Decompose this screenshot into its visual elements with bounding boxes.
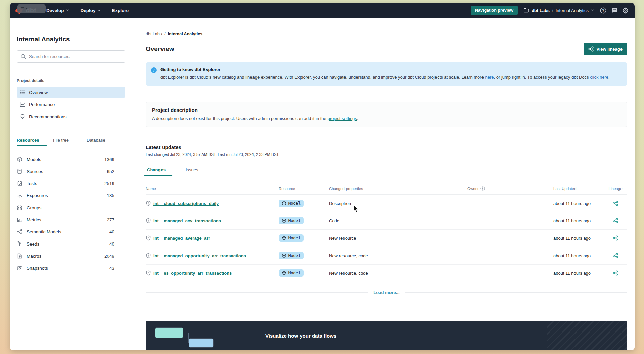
lineage-icon[interactable]	[613, 218, 618, 223]
resource-count: 43	[109, 266, 114, 271]
latest-updates-tabs: Changes Issues	[146, 165, 627, 176]
resource-badge: Model	[279, 269, 304, 277]
resource-label: Sources	[27, 169, 43, 174]
resource-item-exposures[interactable]: Exposures 135	[17, 189, 114, 202]
model-shield-icon	[146, 253, 151, 258]
resource-item-macros[interactable]: Macros 2049	[17, 250, 114, 262]
project-settings-link[interactable]: project settings	[327, 116, 357, 121]
tab-issues[interactable]: Issues	[184, 165, 200, 176]
bar-chart-icon	[17, 217, 22, 222]
tab-changes[interactable]: Changes	[146, 165, 167, 176]
cube-icon	[282, 236, 286, 240]
resource-item-seeds[interactable]: Seeds 40	[17, 238, 114, 250]
resource-label: Groups	[27, 205, 41, 210]
lineage-icon[interactable]	[613, 201, 618, 206]
resource-label: Semantic Models	[27, 229, 61, 234]
resource-item-metrics[interactable]: Metrics 277	[17, 214, 114, 226]
lineage-icon[interactable]	[613, 235, 618, 241]
column-resource: Resource	[279, 187, 329, 191]
sidebar-nav: Overview Performance Recommendations	[17, 87, 125, 122]
info-circle-icon[interactable]	[480, 186, 485, 191]
column-name: Name	[146, 187, 279, 191]
last-updated-cell: about 11 hours ago	[553, 201, 604, 206]
model-link[interactable]: int__ss_opportunity_arr_transactions	[153, 271, 232, 276]
model-link[interactable]: int__managed_acv_transactions	[153, 218, 221, 223]
resource-count: 1369	[104, 157, 114, 162]
menu-explore[interactable]: Explore	[112, 8, 129, 13]
search-input[interactable]	[29, 54, 121, 59]
model-link[interactable]: int__cloud_subscriptions_daily	[153, 201, 219, 206]
sidebar-item-performance[interactable]: Performance	[17, 99, 125, 110]
breadcrumb: dbt Labs / Internal Analytics	[146, 32, 627, 36]
table-header: Name Resource Changed properties Owner L…	[146, 183, 627, 195]
gear-icon[interactable]	[622, 7, 629, 14]
resource-item-tests[interactable]: Tests 2519	[17, 177, 114, 189]
resource-count: 652	[107, 169, 114, 174]
last-updated-cell: about 11 hours ago	[553, 218, 604, 223]
chevron-down-icon	[591, 9, 594, 11]
column-last-updated: Last Updated	[553, 187, 604, 191]
model-link[interactable]: int__managed_average_arr	[153, 236, 210, 241]
explorer-info-banner: i Getting to know dbt Explorer dbt Explo…	[146, 62, 627, 86]
project-description-card: Project description A description does n…	[146, 102, 627, 127]
feedback-icon[interactable]	[611, 7, 617, 13]
cube-icon	[282, 253, 286, 258]
page-title: Overview	[146, 45, 174, 53]
screen-artifact	[17, 4, 46, 13]
cube-icon	[282, 201, 286, 206]
menu-develop[interactable]: Develop	[46, 8, 69, 13]
resource-item-models[interactable]: Models 1369	[17, 153, 114, 165]
resource-count: 40	[109, 241, 114, 247]
sidebar-project-title: Internal Analytics	[17, 36, 125, 43]
account-name: dbt Labs	[532, 8, 550, 13]
tab-database[interactable]: Database	[87, 135, 120, 146]
project-description-title: Project description	[152, 107, 621, 113]
breadcrumb-account[interactable]: dbt Labs	[146, 32, 162, 36]
cube-icon	[282, 218, 286, 223]
resource-label: Macros	[27, 254, 41, 259]
account-project-selector[interactable]: dbt Labs / Internal Analytics	[524, 8, 594, 13]
project-description-body: A description does not exist for this pr…	[152, 116, 621, 121]
tab-file-tree[interactable]: File tree	[53, 135, 87, 146]
table-row: int__managed_average_arr Model New resou…	[146, 230, 627, 247]
model-link[interactable]: int__managed_opportunity_arr_transaction…	[153, 253, 246, 258]
model-shield-icon	[146, 270, 151, 276]
sidebar-item-recommendations[interactable]: Recommendations	[17, 111, 125, 122]
resource-search-box[interactable]	[17, 50, 125, 63]
breadcrumb-current: Internal Analytics	[168, 32, 202, 36]
legacy-docs-link[interactable]: click here	[590, 75, 608, 80]
latest-updates-subtitle: Last changed Jul 23, 2024, 3:57 AM BST. …	[146, 152, 627, 157]
latest-updates-title: Latest updates	[146, 144, 627, 150]
resource-item-semantic-models[interactable]: Semantic Models 40	[17, 226, 114, 238]
view-lineage-button[interactable]: View lineage	[584, 43, 627, 55]
sidebar-item-label: Performance	[29, 102, 55, 107]
tab-resources[interactable]: Resources	[17, 135, 53, 146]
svg-text:?: ?	[602, 8, 604, 12]
main-content: dbt Labs / Internal Analytics Overview V…	[132, 18, 635, 350]
navigation-preview-button[interactable]: Navigation preview	[471, 6, 518, 15]
learn-more-link[interactable]: here	[485, 75, 494, 80]
resource-item-snapshots[interactable]: Snapshots 43	[17, 262, 114, 274]
resource-count: 2519	[104, 181, 114, 186]
resource-label: Models	[27, 157, 41, 162]
help-icon[interactable]: ?	[600, 7, 606, 14]
changed-properties-cell: Description	[329, 201, 467, 206]
lineage-icon	[588, 46, 594, 52]
info-icon: i	[151, 67, 157, 73]
sidebar-item-label: Overview	[29, 90, 48, 95]
resource-item-sources[interactable]: Sources 652	[17, 165, 114, 177]
lineage-icon[interactable]	[613, 253, 618, 258]
breadcrumb-separator: /	[552, 8, 553, 13]
gauge-icon	[17, 193, 22, 198]
breadcrumb-separator: /	[164, 32, 165, 36]
menu-deploy[interactable]: Deploy	[81, 8, 101, 13]
resource-item-groups[interactable]: Groups	[17, 202, 114, 214]
project-name: Internal Analytics	[556, 8, 589, 13]
changed-properties-cell: New resource, code	[329, 253, 467, 258]
last-updated-cell: about 11 hours ago	[553, 236, 604, 241]
sidebar: Internal Analytics Project details Overv…	[10, 18, 132, 350]
lineage-icon[interactable]	[613, 270, 618, 276]
promo-banner[interactable]: Visualize how your data flows	[146, 321, 627, 350]
sidebar-item-overview[interactable]: Overview	[17, 87, 125, 98]
load-more-link[interactable]: Load more...	[368, 290, 405, 295]
